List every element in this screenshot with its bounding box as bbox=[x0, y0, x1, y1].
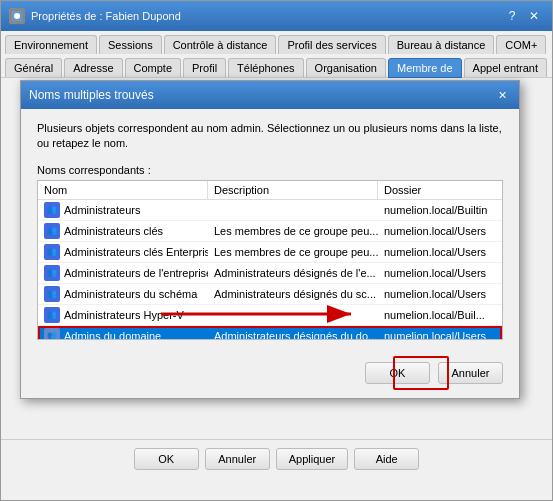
tab-telephones[interactable]: Téléphones bbox=[228, 58, 304, 77]
tab-adresse[interactable]: Adresse bbox=[64, 58, 122, 77]
user-group-icon-3: 👥 bbox=[44, 265, 60, 281]
cell-desc-1: Les membres de ce groupe peu... bbox=[208, 221, 378, 241]
list-item[interactable]: 👥 Administrateurs du schéma Administrate… bbox=[38, 284, 502, 305]
tab-organisation[interactable]: Organisation bbox=[306, 58, 386, 77]
tabs-container: Environnement Sessions Contrôle à distan… bbox=[1, 31, 552, 78]
bg-annuler-button[interactable]: Annuler bbox=[205, 448, 270, 470]
cell-name-1: 👥 Administrateurs clés bbox=[38, 221, 208, 241]
cell-folder-0: numelion.local/Builtin bbox=[378, 200, 503, 220]
cell-name-5: 👥 Administrateurs Hyper-V bbox=[38, 305, 208, 325]
list-header: Nom Description Dossier bbox=[38, 181, 502, 200]
modal-annuler-button[interactable]: Annuler bbox=[438, 362, 503, 384]
cell-folder-2: numelion.local/Users bbox=[378, 242, 503, 262]
user-group-icon-5: 👥 bbox=[44, 307, 60, 323]
modal-controls: ✕ bbox=[493, 86, 511, 104]
bg-aide-button[interactable]: Aide bbox=[354, 448, 419, 470]
cell-desc-3: Administrateurs désignés de l'e... bbox=[208, 263, 378, 283]
col-description[interactable]: Description bbox=[208, 181, 378, 199]
list-item[interactable]: 👥 Administrateurs numelion.local/Builtin bbox=[38, 200, 502, 221]
cell-desc-5 bbox=[208, 305, 378, 325]
tab-com[interactable]: COM+ bbox=[496, 35, 546, 54]
cell-name-0: 👥 Administrateurs bbox=[38, 200, 208, 220]
bg-title-bar: Propriétés de : Fabien Dupond ? ✕ bbox=[1, 1, 552, 31]
list-item-selected[interactable]: 👥 Admins du domaine Administrateurs dési… bbox=[38, 326, 502, 340]
list-item[interactable]: 👥 Administrateurs de l'entreprise Admini… bbox=[38, 263, 502, 284]
names-list[interactable]: Nom Description Dossier 👥 Administrateur… bbox=[37, 180, 503, 340]
tab-sessions[interactable]: Sessions bbox=[99, 35, 162, 54]
window-icon bbox=[9, 8, 25, 24]
cell-folder-6: numelion.local/Users bbox=[378, 326, 503, 340]
modal-title: Noms multiples trouvés bbox=[29, 88, 154, 102]
modal-dialog: Noms multiples trouvés ✕ Plusieurs objet… bbox=[20, 80, 520, 399]
col-dossier[interactable]: Dossier bbox=[378, 181, 503, 199]
cell-name-6: 👥 Admins du domaine bbox=[38, 326, 208, 340]
list-item[interactable]: 👥 Administrateurs Hyper-V numelion.local… bbox=[38, 305, 502, 326]
user-group-icon-1: 👥 bbox=[44, 223, 60, 239]
tab-bureau[interactable]: Bureau à distance bbox=[388, 35, 495, 54]
modal-title-bar: Noms multiples trouvés ✕ bbox=[21, 81, 519, 109]
bg-bottom-buttons: OK Annuler Appliquer Aide bbox=[1, 439, 552, 478]
cell-desc-2: Les membres de ce groupe peu... bbox=[208, 242, 378, 262]
modal-body: Plusieurs objets correspondent au nom ad… bbox=[21, 109, 519, 352]
bg-ok-button[interactable]: OK bbox=[134, 448, 199, 470]
user-group-icon-0: 👥 bbox=[44, 202, 60, 218]
bg-window-controls: ? ✕ bbox=[502, 6, 544, 26]
cell-name-2: 👥 Administrateurs clés Enterprise bbox=[38, 242, 208, 262]
close-button[interactable]: ✕ bbox=[524, 6, 544, 26]
modal-ok-button[interactable]: OK bbox=[365, 362, 430, 384]
list-item[interactable]: 👥 Administrateurs clés Les membres de ce… bbox=[38, 221, 502, 242]
modal-close-button[interactable]: ✕ bbox=[493, 86, 511, 104]
cell-folder-1: numelion.local/Users bbox=[378, 221, 503, 241]
cell-desc-6: Administrateurs désignés du do... bbox=[208, 326, 378, 340]
modal-footer: OK Annuler bbox=[21, 352, 519, 398]
tab-row-1: Environnement Sessions Contrôle à distan… bbox=[1, 31, 552, 54]
user-group-icon-2: 👥 bbox=[44, 244, 60, 260]
tab-appel-entrant[interactable]: Appel entrant bbox=[464, 58, 547, 77]
cell-desc-0 bbox=[208, 200, 378, 220]
cell-name-4: 👥 Administrateurs du schéma bbox=[38, 284, 208, 304]
bg-window-title: Propriétés de : Fabien Dupond bbox=[31, 10, 181, 22]
tab-profil[interactable]: Profil bbox=[183, 58, 226, 77]
bg-title-left: Propriétés de : Fabien Dupond bbox=[9, 8, 181, 24]
list-item[interactable]: 👥 Administrateurs clés Enterprise Les me… bbox=[38, 242, 502, 263]
modal-description: Plusieurs objets correspondent au nom ad… bbox=[37, 121, 503, 152]
cell-folder-4: numelion.local/Users bbox=[378, 284, 503, 304]
tab-membre-de[interactable]: Membre de bbox=[388, 58, 462, 78]
user-group-icon-6: 👥 bbox=[44, 328, 60, 340]
tab-row-2: Général Adresse Compte Profil Téléphones… bbox=[1, 54, 552, 77]
cell-folder-3: numelion.local/Users bbox=[378, 263, 503, 283]
tab-environnement[interactable]: Environnement bbox=[5, 35, 97, 54]
tab-compte[interactable]: Compte bbox=[125, 58, 182, 77]
help-button[interactable]: ? bbox=[502, 6, 522, 26]
tab-general[interactable]: Général bbox=[5, 58, 62, 77]
bg-appliquer-button[interactable]: Appliquer bbox=[276, 448, 348, 470]
svg-point-1 bbox=[14, 13, 20, 19]
tab-controle[interactable]: Contrôle à distance bbox=[164, 35, 277, 54]
user-group-icon-4: 👥 bbox=[44, 286, 60, 302]
cell-folder-5: numelion.local/Buil... bbox=[378, 305, 503, 325]
tab-profil-services[interactable]: Profil des services bbox=[278, 35, 385, 54]
modal-list-label: Noms correspondants : bbox=[37, 164, 503, 176]
cell-name-3: 👥 Administrateurs de l'entreprise bbox=[38, 263, 208, 283]
cell-desc-4: Administrateurs désignés du sc... bbox=[208, 284, 378, 304]
col-nom[interactable]: Nom bbox=[38, 181, 208, 199]
